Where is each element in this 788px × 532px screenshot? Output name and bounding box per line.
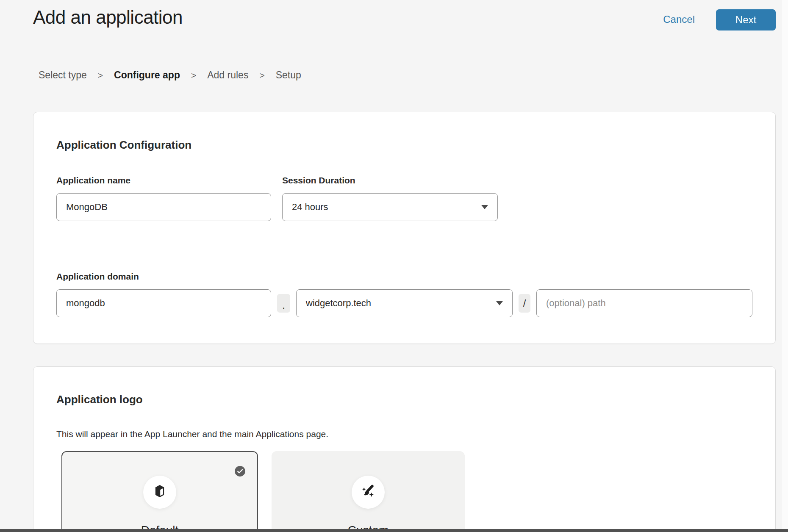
domain-select-value: widgetcorp.tech <box>306 298 371 309</box>
next-button[interactable]: Next <box>716 9 776 30</box>
breadcrumb-step-select-type[interactable]: Select type <box>39 69 87 81</box>
application-configuration-card: Application Configuration Application na… <box>33 112 776 344</box>
application-name-label: Application name <box>56 175 271 186</box>
page-title: Add an application <box>33 7 183 28</box>
check-icon <box>235 466 245 477</box>
add-application-page: Add an application Cancel Next Select ty… <box>0 0 788 532</box>
application-logo-card: Application logo This will appear in the… <box>33 366 776 532</box>
session-duration-select[interactable]: 24 hours <box>282 193 498 221</box>
path-input[interactable] <box>536 289 752 317</box>
breadcrumb-separator: > <box>191 70 196 80</box>
logo-option-custom[interactable]: Custom <box>272 451 465 532</box>
session-duration-label: Session Duration <box>282 175 498 186</box>
logo-option-default[interactable]: Default <box>61 451 258 532</box>
breadcrumb-separator: > <box>259 70 264 80</box>
domain-select[interactable]: widgetcorp.tech <box>296 289 513 317</box>
chevron-down-icon <box>481 205 488 209</box>
breadcrumb-step-configure-app[interactable]: Configure app <box>114 69 180 81</box>
subdomain-input[interactable] <box>56 289 271 317</box>
logo-card-title: Application logo <box>56 393 752 406</box>
application-domain-label: Application domain <box>56 271 752 282</box>
slash-separator: / <box>519 294 530 313</box>
breadcrumb-separator: > <box>98 70 103 80</box>
logo-option-tiles: Default Custom <box>61 451 752 532</box>
configuration-card-title: Application Configuration <box>56 138 752 152</box>
breadcrumb-step-add-rules[interactable]: Add rules <box>207 69 248 81</box>
breadcrumb: Select type > Configure app > Add rules … <box>39 69 301 81</box>
session-duration-value: 24 hours <box>292 202 328 213</box>
custom-logo-circle <box>352 476 385 509</box>
paintbrush-icon <box>360 483 377 502</box>
bottom-edge-bar <box>0 529 788 532</box>
cancel-button[interactable]: Cancel <box>663 14 695 25</box>
logo-card-description: This will appear in the App Launcher and… <box>56 429 752 440</box>
application-name-input[interactable] <box>56 193 271 221</box>
breadcrumb-step-setup[interactable]: Setup <box>276 69 301 81</box>
vertical-scrollbar-track[interactable] <box>782 0 788 532</box>
default-logo-circle <box>143 476 176 509</box>
chevron-down-icon <box>496 301 503 305</box>
cube-icon <box>152 483 168 502</box>
dot-separator: . <box>277 294 290 313</box>
